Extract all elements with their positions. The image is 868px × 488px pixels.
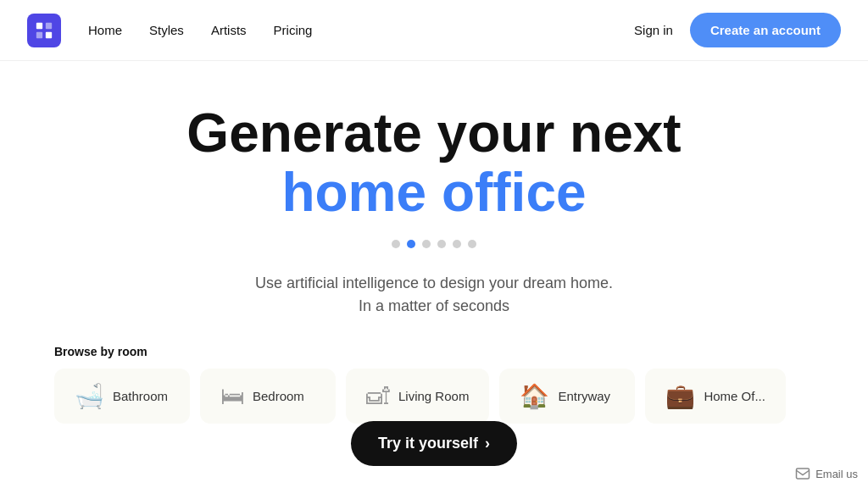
email-us[interactable]: Email us	[795, 466, 858, 481]
nav-artists[interactable]: Artists	[211, 23, 247, 37]
room-card-home-office[interactable]: 💼 Home Of...	[645, 369, 786, 424]
home-office-icon: 💼	[665, 382, 695, 410]
room-cards: 🛁 Bathroom 🛏 Bedroom 🛋 Living Room 🏠 Ent…	[0, 369, 868, 424]
room-card-living-room[interactable]: 🛋 Living Room	[346, 369, 489, 424]
room-card-bedroom[interactable]: 🛏 Bedroom	[200, 369, 336, 424]
svg-rect-3	[46, 31, 52, 37]
nav-home[interactable]: Home	[88, 23, 122, 37]
carousel-dots	[392, 240, 476, 248]
hero-title-line2: home office	[281, 163, 586, 222]
nav-styles[interactable]: Styles	[149, 23, 184, 37]
hero-title-line1: Generate your next	[186, 103, 681, 163]
try-button-label: Try it yourself	[378, 435, 478, 452]
hero-section: Generate your next home office Use artif…	[0, 61, 868, 318]
try-it-yourself-button[interactable]: Try it yourself ›	[351, 421, 517, 466]
home-office-label: Home Of...	[704, 389, 765, 403]
dot-2[interactable]	[407, 240, 415, 248]
living-room-icon: 🛋	[366, 382, 390, 410]
app-logo[interactable]	[27, 14, 61, 47]
dot-5[interactable]	[453, 240, 461, 248]
try-button-wrap: Try it yourself ›	[351, 421, 517, 466]
dot-6[interactable]	[468, 240, 476, 248]
email-us-label: Email us	[815, 468, 858, 480]
bathroom-icon: 🛁	[75, 382, 104, 410]
nav-pricing[interactable]: Pricing	[274, 23, 313, 37]
navbar: Home Styles Artists Pricing Sign in Crea…	[0, 0, 868, 61]
nav-links: Home Styles Artists Pricing	[88, 23, 634, 37]
email-icon	[795, 466, 810, 481]
room-card-entryway[interactable]: 🏠 Entryway	[499, 369, 635, 424]
dot-1[interactable]	[392, 240, 400, 248]
dot-4[interactable]	[437, 240, 446, 248]
svg-rect-0	[36, 22, 42, 28]
browse-label: Browse by room	[0, 345, 868, 358]
bathroom-label: Bathroom	[113, 389, 168, 403]
entryway-icon: 🏠	[520, 382, 549, 410]
svg-rect-1	[46, 22, 52, 28]
room-card-bathroom[interactable]: 🛁 Bathroom	[54, 369, 190, 424]
living-room-label: Living Room	[398, 389, 469, 403]
hero-subtitle: Use artificial intelligence to design yo…	[248, 272, 620, 318]
nav-right: Sign in Create an account	[634, 13, 841, 47]
sign-in-button[interactable]: Sign in	[634, 23, 673, 37]
dot-3[interactable]	[422, 240, 431, 248]
svg-rect-4	[797, 469, 810, 479]
try-button-arrow: ›	[485, 435, 490, 452]
bedroom-icon: 🛏	[220, 382, 244, 410]
bedroom-label: Bedroom	[253, 389, 304, 403]
create-account-button[interactable]: Create an account	[690, 13, 841, 47]
svg-rect-2	[36, 31, 42, 37]
entryway-label: Entryway	[558, 389, 610, 403]
